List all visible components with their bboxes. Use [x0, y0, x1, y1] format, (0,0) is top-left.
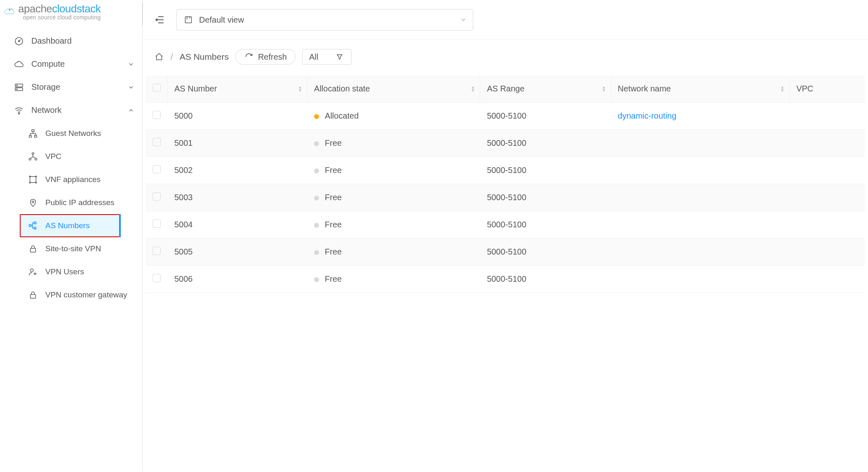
sidebar-item-storage[interactable]: Storage	[0, 76, 142, 99]
logo[interactable]: apachecloudstack open source cloud compu…	[0, 0, 142, 22]
svg-point-16	[29, 176, 30, 177]
logo-text-apache: apache	[18, 2, 52, 15]
svg-point-0	[9, 9, 10, 11]
svg-point-7	[16, 89, 17, 89]
table-row: 5003Free5000-5100	[146, 184, 865, 211]
cell-allocation-state: Free	[307, 157, 480, 184]
svg-point-20	[32, 201, 34, 203]
cell-as-range: 5000-5100	[480, 211, 611, 238]
sidebar-item-vpn-customer-gateway[interactable]: VPN customer gateway	[0, 283, 142, 306]
cell-as-number: 5006	[168, 266, 307, 293]
row-checkbox[interactable]	[152, 138, 161, 146]
sidebar-label: VPN customer gateway	[45, 290, 127, 299]
row-checkbox[interactable]	[152, 165, 161, 173]
storage-icon	[14, 82, 24, 92]
sidebar-item-dashboard[interactable]: Dashboard	[0, 30, 142, 53]
collapse-sidebar-button[interactable]	[152, 14, 167, 26]
cell-vpc	[790, 103, 865, 130]
svg-rect-27	[30, 294, 36, 298]
cell-as-number: 5000	[168, 103, 307, 130]
lock-icon	[28, 290, 38, 300]
col-as-number[interactable]: AS Number▲▼	[168, 75, 307, 103]
user-key-icon	[28, 267, 38, 277]
status-dot-icon	[314, 141, 319, 146]
cell-network-name	[611, 238, 790, 266]
sidebar-item-vpc[interactable]: VPC	[0, 145, 142, 168]
as-numbers-table: AS Number▲▼ Allocation state▲▼ AS Range▲…	[146, 75, 865, 293]
sidebar-item-as-numbers[interactable]: AS Numbers	[20, 214, 121, 237]
row-checkbox[interactable]	[152, 247, 161, 255]
project-icon	[183, 15, 193, 25]
table-row: 5005Free5000-5100	[146, 238, 865, 266]
svg-point-8	[19, 113, 20, 114]
breadcrumb-sep: /	[171, 52, 173, 62]
cell-vpc	[790, 211, 865, 238]
sidebar-item-public-ip[interactable]: Public IP addresses	[0, 191, 142, 214]
hierarchy-icon	[28, 221, 38, 231]
cell-allocation-state: Free	[307, 238, 480, 266]
refresh-button[interactable]: Refresh	[235, 49, 296, 65]
cell-as-range: 5000-5100	[480, 103, 611, 130]
sidebar-item-network[interactable]: Network	[0, 99, 142, 122]
col-allocation-state[interactable]: Allocation state▲▼	[307, 75, 480, 103]
sidebar: apachecloudstack open source cloud compu…	[0, 0, 143, 472]
svg-rect-15	[30, 177, 36, 183]
appliance-icon	[28, 175, 38, 185]
row-checkbox[interactable]	[152, 111, 161, 119]
cell-vpc	[790, 266, 865, 293]
sidebar-label: Storage	[31, 82, 60, 92]
svg-point-26	[34, 273, 36, 275]
row-checkbox[interactable]	[152, 274, 161, 282]
table-row: 5006Free5000-5100	[146, 266, 865, 293]
svg-point-18	[29, 182, 30, 183]
svg-point-6	[16, 85, 17, 86]
svg-point-3	[19, 40, 20, 42]
col-network-name[interactable]: Network name▲▼	[611, 75, 790, 103]
sidebar-label: Dashboard	[31, 36, 72, 46]
svg-rect-10	[29, 136, 32, 138]
filter-label: All	[309, 52, 318, 62]
sidebar-item-vpn-users[interactable]: VPN Users	[0, 260, 142, 283]
view-select-label: Default view	[199, 15, 244, 25]
status-dot-icon	[314, 250, 319, 255]
cell-as-range: 5000-5100	[480, 238, 611, 266]
svg-rect-28	[185, 17, 192, 23]
sort-icon: ▲▼	[298, 86, 302, 92]
cell-vpc	[790, 130, 865, 157]
table-row: 5002Free5000-5100	[146, 157, 865, 184]
nav: Dashboard Compute Storage	[0, 22, 142, 306]
chevron-down-icon	[460, 17, 466, 23]
cell-allocation-state: Free	[307, 266, 480, 293]
sidebar-item-vnf[interactable]: VNF appliances	[0, 168, 142, 191]
home-icon[interactable]	[154, 52, 164, 62]
logo-subtitle: open source cloud computing	[18, 14, 101, 21]
cell-as-range: 5000-5100	[480, 157, 611, 184]
row-checkbox[interactable]	[152, 220, 161, 228]
sidebar-item-s2s-vpn[interactable]: Site-to-site VPN	[0, 237, 142, 260]
filter-select[interactable]: All	[302, 49, 352, 65]
location-pin-icon	[28, 198, 38, 208]
cell-network-name	[611, 184, 790, 211]
cell-vpc	[790, 157, 865, 184]
col-as-range[interactable]: AS Range▲▼	[480, 75, 611, 103]
logo-text-cloudstack: cloudstack	[52, 2, 101, 15]
svg-rect-9	[32, 130, 34, 132]
cell-vpc	[790, 184, 865, 211]
network-link[interactable]: dynamic-routing	[618, 111, 676, 120]
svg-rect-23	[34, 227, 36, 229]
col-vpc[interactable]: VPC	[790, 75, 865, 103]
sidebar-label: VPN Users	[45, 267, 84, 276]
sort-icon: ▲▼	[602, 86, 606, 92]
svg-point-12	[32, 152, 34, 154]
svg-point-1	[12, 9, 13, 10]
cell-network-name	[611, 157, 790, 184]
status-dot-icon	[314, 277, 319, 282]
sidebar-item-guest-networks[interactable]: Guest Networks	[0, 122, 142, 145]
sidebar-item-compute[interactable]: Compute	[0, 53, 142, 76]
sort-icon: ▲▼	[780, 86, 784, 92]
cloudstack-logo-icon	[4, 7, 14, 17]
row-checkbox[interactable]	[152, 192, 161, 201]
cell-as-number: 5005	[168, 238, 307, 266]
select-all-checkbox[interactable]	[152, 84, 161, 92]
view-select[interactable]: Default view	[176, 9, 473, 30]
